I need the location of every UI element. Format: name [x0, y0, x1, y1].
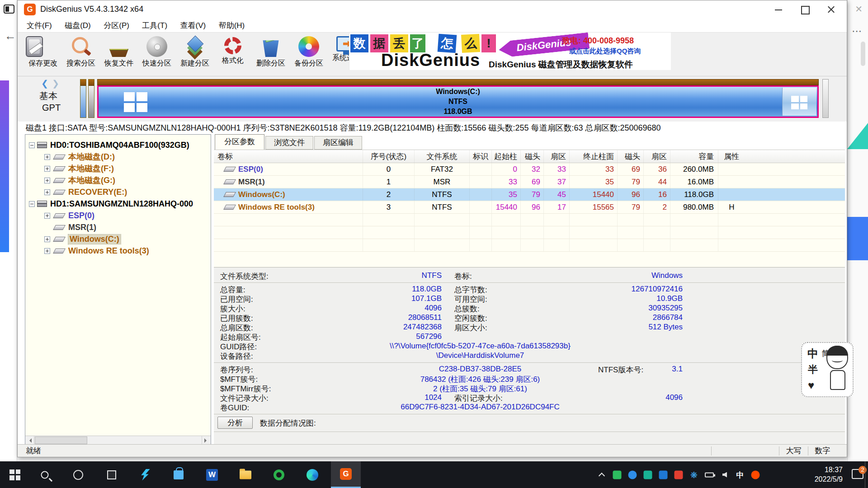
tray-icon-security[interactable]: [672, 461, 685, 488]
tree-item-local-d[interactable]: 本地磁盘(D:): [25, 151, 211, 163]
tree-item-local-f[interactable]: 本地磁盘(F:): [25, 163, 211, 174]
window-title: DiskGenius V5.4.3.1342 x64: [40, 5, 143, 14]
expand-icon[interactable]: [44, 154, 50, 160]
msr-partition-bar[interactable]: [88, 79, 94, 118]
collapse-icon[interactable]: [29, 201, 35, 207]
show-desktop-button[interactable]: [865, 461, 868, 488]
next-disk-sliver[interactable]: [822, 79, 829, 118]
backup-partition-button[interactable]: 备份分区: [290, 33, 328, 76]
ad-phone: 致电: 400-008-9958: [562, 35, 634, 46]
shield-icon: [675, 470, 683, 479]
ime-widget[interactable]: 中 简 半 ♥: [801, 342, 854, 397]
taskbar-clock[interactable]: 18:37 2022/5/9: [784, 465, 843, 484]
scroll-right-icon[interactable]: [202, 436, 211, 445]
background-scrollbar[interactable]: [861, 42, 865, 66]
ad-tile: 么: [461, 34, 480, 53]
tab-sector-edit[interactable]: 扇区编辑: [314, 136, 362, 150]
tray-icon-wechat[interactable]: [610, 461, 624, 488]
tray-volume[interactable]: [718, 461, 731, 488]
minimize-button[interactable]: [765, 0, 792, 19]
cortana-icon: [73, 470, 83, 480]
maximize-button[interactable]: [792, 0, 818, 19]
background-close-icon[interactable]: ✕: [855, 4, 863, 14]
expand-icon[interactable]: [44, 248, 50, 254]
collapse-icon[interactable]: [29, 142, 35, 148]
tray-icon-360[interactable]: ❋: [687, 461, 701, 488]
ime-lang-label[interactable]: 中: [807, 347, 818, 361]
ad-qq-link[interactable]: 或点击此处选择QQ咨询: [569, 47, 641, 56]
expand-icon[interactable]: [44, 189, 50, 195]
taskbar-app-diskgenius-active[interactable]: G: [331, 461, 361, 488]
tree-item-windows-re[interactable]: Windows RE tools(3): [25, 245, 211, 257]
tree-item-recovery-e[interactable]: RECOVERY(E:): [25, 186, 211, 198]
expand-icon[interactable]: [44, 236, 50, 242]
scroll-left-icon[interactable]: [25, 436, 34, 445]
tray-icon-globe[interactable]: [626, 461, 639, 488]
menu-help[interactable]: 帮助(H): [213, 19, 250, 33]
taskbar-app-edge[interactable]: [297, 461, 327, 488]
taskbar-file-explorer[interactable]: [231, 461, 260, 488]
tree-item-windows-c[interactable]: Windows(C:): [25, 233, 211, 245]
taskbar-search-button[interactable]: [30, 461, 60, 488]
tree-item-hd0[interactable]: HD0:TOSHIBAMQ04ABF100(932GB): [25, 139, 211, 151]
new-partition-button[interactable]: 新建分区: [176, 33, 214, 76]
prev-disk-icon[interactable]: ❮: [41, 78, 48, 89]
tab-partition-parameters[interactable]: 分区参数: [215, 134, 264, 150]
taskbar-app-messenger[interactable]: [130, 461, 160, 488]
recover-files-button[interactable]: 恢复文件: [100, 33, 138, 76]
menu-view[interactable]: 查看(V): [175, 19, 212, 33]
ime-halfwidth-label[interactable]: 半: [808, 363, 818, 376]
overflow-menu-icon[interactable]: ⋯: [852, 25, 862, 37]
table-row-windows-c[interactable]: Windows(C:) 2 NTFS 35 79 45 15440 96 16 …: [214, 188, 845, 201]
tray-ime-mode[interactable]: 中: [733, 461, 747, 488]
tray-battery[interactable]: [703, 461, 716, 488]
search-partition-button[interactable]: 搜索分区: [62, 33, 100, 76]
table-row-windows-re[interactable]: Windows RE tools(3) 3 NTFS 15440 96 17 1…: [214, 201, 845, 214]
tree-item-msr[interactable]: MSR(1): [25, 221, 211, 233]
taskbar-app-browser[interactable]: [264, 461, 294, 488]
analyze-button[interactable]: 分析: [217, 417, 253, 429]
taskbar-app-word[interactable]: W: [197, 461, 227, 488]
tree-item-hd1[interactable]: HD1:SAMSUNGMZNLN128HAHQ-000: [25, 198, 211, 210]
menu-file[interactable]: 文件(F): [21, 19, 57, 33]
ad-banner[interactable]: DiskGenius 数 据 丢 了 怎 么 ! DiskGenius 致电: …: [349, 33, 671, 70]
scrollbar-thumb[interactable]: [35, 436, 87, 444]
tree-horizontal-scrollbar[interactable]: [25, 436, 211, 445]
green-browser-icon: [274, 469, 284, 480]
task-view-button[interactable]: [97, 461, 127, 488]
tray-icon-qq[interactable]: [656, 461, 670, 488]
ime-heart-icon[interactable]: ♥: [808, 379, 814, 392]
taskbar-app-store[interactable]: [164, 461, 193, 488]
save-changes-button[interactable]: 保存更改: [24, 33, 62, 76]
tab-browse-files[interactable]: 浏览文件: [265, 136, 313, 150]
table-row-msr[interactable]: MSR(1) 1 MSR 33 69 37 35 79 44 16.0MB: [214, 176, 845, 188]
menu-partition[interactable]: 分区(P): [98, 19, 135, 33]
back-arrow-icon[interactable]: ←: [5, 29, 16, 43]
menu-disk[interactable]: 磁盘(D): [59, 19, 96, 33]
close-button[interactable]: [818, 0, 844, 19]
next-disk-icon[interactable]: ❯: [52, 78, 59, 89]
tree-item-esp[interactable]: ESP(0): [25, 210, 211, 221]
table-row-empty: [214, 239, 845, 252]
notification-center-icon[interactable]: 2: [852, 469, 863, 479]
menu-tools[interactable]: 工具(T): [137, 19, 173, 33]
tray-show-hidden-icons[interactable]: [595, 461, 609, 488]
expand-icon[interactable]: [44, 166, 50, 172]
windows-c-partition-bar[interactable]: Windows(C:) NTFS 118.0GB: [97, 79, 819, 118]
start-button[interactable]: [0, 461, 30, 488]
esp-partition-bar[interactable]: [80, 79, 86, 118]
tree-item-local-g[interactable]: 本地磁盘(G:): [25, 174, 211, 186]
cortana-button[interactable]: [63, 461, 93, 488]
tray-icon-teal-app[interactable]: [641, 461, 655, 488]
format-button[interactable]: 格式化: [214, 33, 252, 76]
tray-icon-sogou[interactable]: [749, 461, 762, 488]
expand-icon[interactable]: [44, 213, 50, 219]
table-row-esp[interactable]: ESP(0) 0 FAT32 0 32 33 33 69 36 260.0MB: [214, 163, 845, 176]
delete-partition-button[interactable]: 删除分区: [252, 33, 290, 76]
quick-partition-button[interactable]: 快速分区: [138, 33, 176, 76]
expand-icon[interactable]: [44, 178, 50, 183]
title-bar: G DiskGenius V5.4.3.1342 x64: [18, 0, 847, 19]
re-tools-partition-segment[interactable]: [782, 88, 816, 116]
wallpaper-strip: [0, 80, 9, 252]
allocation-chart-label: 数据分配情况图:: [260, 418, 316, 428]
